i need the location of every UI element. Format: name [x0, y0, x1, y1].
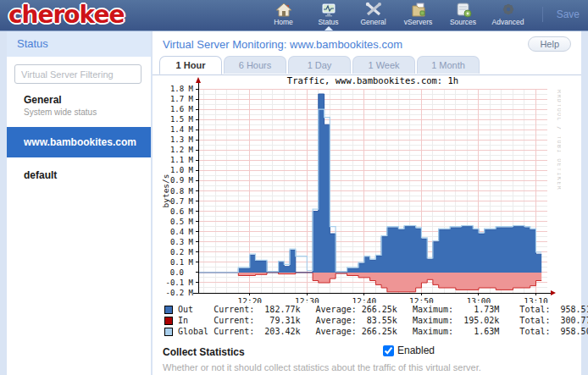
vserver-filter-input[interactable]: [14, 64, 141, 84]
main-nav: Home Status General vServers Sources: [261, 2, 530, 29]
svg-text:bytes/s: bytes/s: [161, 174, 170, 207]
svg-text:0.2 M: 0.2 M: [170, 248, 194, 256]
tab-1-hour[interactable]: 1 Hour: [159, 56, 222, 74]
legend-text: Out Current: 182.77k Average: 266.25k Ma…: [178, 305, 588, 314]
svg-text:0.3 M: 0.3 M: [170, 238, 194, 246]
time-range-tabs: 1 Hour 6 Hours 1 Day 1 Week 1 Month: [153, 56, 581, 75]
svg-text:1.6 M: 1.6 M: [170, 105, 194, 113]
svg-text:1.8 M: 1.8 M: [170, 85, 194, 93]
svg-text:1.1 M: 1.1 M: [170, 156, 194, 164]
tab-6-hours[interactable]: 6 Hours: [224, 56, 286, 74]
svg-text:0.4 M: 0.4 M: [170, 228, 194, 236]
svg-text:1.3 M: 1.3 M: [170, 135, 194, 144]
svg-text:1.7 M: 1.7 M: [170, 95, 194, 103]
svg-text:12:30: 12:30: [295, 296, 319, 303]
enabled-label[interactable]: Enabled: [397, 345, 435, 356]
svg-text:0.0: 0.0: [170, 268, 184, 277]
legend-swatch-global: [164, 328, 173, 336]
cherokee-logo: cherokee: [8, 1, 124, 29]
sidebar-item-general[interactable]: General System wide status: [7, 87, 151, 124]
svg-text:-0.2 M: -0.2 M: [165, 289, 193, 297]
tab-1-day[interactable]: 1 Day: [288, 56, 351, 74]
sidebar-title: Status: [7, 31, 151, 57]
collect-statistics-checkbox[interactable]: [383, 345, 394, 356]
svg-text:RRDTOOL / TOBI OETIKER: RRDTOOL / TOBI OETIKER: [556, 90, 561, 190]
active-section-indicator: [325, 26, 333, 30]
nav-item-sources[interactable]: Sources: [441, 2, 485, 29]
chart-legend: Out Current: 182.77k Average: 266.25k Ma…: [164, 304, 588, 337]
legend-row: Global Current: 203.42k Average: 266.25k…: [164, 326, 588, 337]
vservers-folder-icon: [396, 2, 441, 18]
help-button[interactable]: Help: [528, 36, 571, 52]
tab-1-month[interactable]: 1 Month: [417, 56, 480, 74]
svg-text:0.5 M: 0.5 M: [170, 218, 194, 226]
sidebar-item-bambookites[interactable]: www.bambookites.com: [7, 127, 151, 157]
save-button[interactable]: Save: [542, 7, 580, 22]
svg-text:1.0 M: 1.0 M: [170, 166, 194, 174]
svg-text:1.2 M: 1.2 M: [170, 146, 194, 154]
svg-text:12:20: 12:20: [237, 296, 262, 303]
legend-row: In Current: 79.31k Average: 83.55k Maxim…: [164, 315, 588, 326]
svg-text:13:10: 13:10: [524, 296, 548, 303]
sidebar-item-general-sublabel: System wide status: [24, 108, 141, 117]
sources-icon: [441, 2, 485, 18]
svg-text:1.4 M: 1.4 M: [170, 125, 194, 134]
tools-icon: [351, 2, 396, 18]
collect-statistics-description: Whether or not it should collect statist…: [163, 362, 481, 372]
tab-1-week[interactable]: 1 Week: [352, 56, 415, 74]
home-icon: [261, 2, 306, 18]
nav-item-vservers[interactable]: vServers: [396, 2, 441, 29]
traffic-chart: -0.2 M-0.1 M0.00.1 M0.2 M0.3 M0.4 M0.5 M…: [159, 74, 561, 303]
svg-text:-0.1 M: -0.1 M: [165, 278, 193, 287]
legend-text: Global Current: 203.42k Average: 266.25k…: [178, 327, 588, 336]
svg-text:0.7 M: 0.7 M: [170, 197, 194, 206]
svg-text:12:40: 12:40: [352, 296, 377, 303]
nav-item-general[interactable]: General: [351, 2, 396, 29]
collect-statistics-label: Collect Statistics: [163, 346, 245, 358]
svg-text:1.5 M: 1.5 M: [170, 115, 194, 124]
svg-text:12:50: 12:50: [409, 296, 434, 303]
svg-text:0.6 M: 0.6 M: [170, 207, 194, 216]
top-header: cherokee Home Status General vServers: [0, 0, 588, 31]
svg-text:0.8 M: 0.8 M: [170, 187, 194, 196]
main-panel: Virtual Server Monitoring: www.bambookit…: [153, 31, 581, 375]
legend-row: Out Current: 182.77k Average: 266.25k Ma…: [164, 304, 588, 315]
svg-text:0.9 M: 0.9 M: [170, 176, 194, 185]
svg-text:13:00: 13:00: [467, 296, 491, 303]
nav-item-status[interactable]: Status: [306, 2, 351, 29]
legend-text: In Current: 79.31k Average: 83.55k Maxim…: [178, 316, 588, 325]
sidebar-item-default[interactable]: default: [7, 163, 151, 188]
legend-swatch-in: [164, 317, 173, 325]
status-monitor-icon: [306, 2, 351, 18]
nav-item-home[interactable]: Home: [261, 2, 306, 29]
sidebar: Status General System wide status www.ba…: [7, 31, 151, 375]
svg-text:0.1 M: 0.1 M: [170, 258, 194, 267]
page-title: Virtual Server Monitoring: www.bambookit…: [163, 38, 402, 51]
legend-swatch-out: [164, 306, 173, 314]
nav-item-advanced[interactable]: Advanced: [485, 2, 530, 29]
svg-text:Traffic, www.bambookites.com:: Traffic, www.bambookites.com: 1h: [287, 75, 458, 85]
gear-icon: [485, 2, 530, 18]
